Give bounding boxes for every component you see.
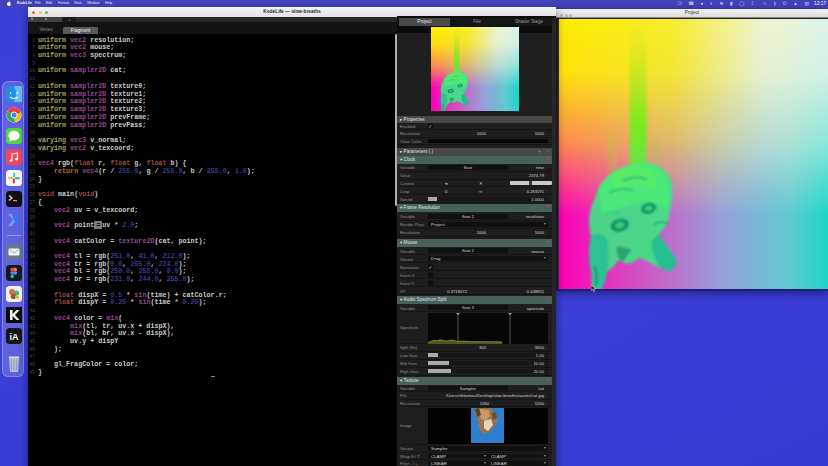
svg-text:iA: iA — [10, 332, 20, 342]
